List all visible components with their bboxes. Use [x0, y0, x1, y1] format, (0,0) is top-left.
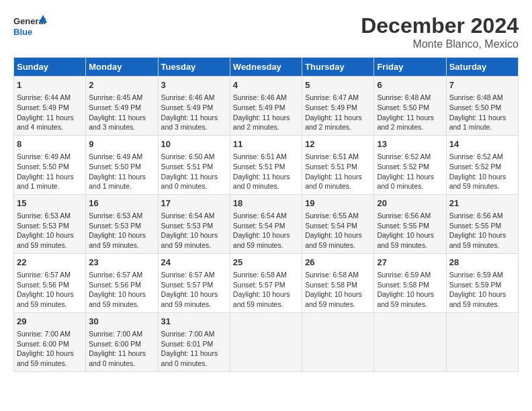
day-number: 2 [89, 79, 154, 91]
calendar-cell-0-4: 5 Sunrise: 6:47 AM Sunset: 5:49 PM Dayli… [302, 77, 374, 136]
sunrise-label: Sunrise: 6:54 AM [233, 212, 287, 220]
daylight-label: Daylight: 11 hours and 1 minute. [89, 173, 146, 191]
calendar-table: Sunday Monday Tuesday Wednesday Thursday… [13, 57, 519, 372]
daylight-label: Daylight: 10 hours and 59 minutes. [17, 231, 74, 249]
sunrise-label: Sunrise: 6:56 AM [377, 212, 431, 220]
daylight-label: Daylight: 11 hours and 1 minute. [449, 113, 506, 132]
day-number: 8 [17, 138, 83, 150]
daylight-label: Daylight: 10 hours and 59 minutes. [17, 290, 74, 308]
daylight-label: Daylight: 10 hours and 59 minutes. [449, 231, 506, 249]
sunrise-label: Sunrise: 6:53 AM [17, 212, 71, 220]
calendar-cell-1-4: 12 Sunrise: 6:51 AM Sunset: 5:51 PM Dayl… [302, 135, 374, 194]
day-number: 9 [89, 138, 154, 150]
sunrise-label: Sunrise: 6:50 AM [161, 152, 215, 161]
calendar-cell-2-3: 18 Sunrise: 6:54 AM Sunset: 5:54 PM Dayl… [230, 194, 302, 253]
daylight-label: Daylight: 11 hours and 4 minutes. [17, 113, 74, 132]
sunset-label: Sunset: 5:59 PM [449, 281, 502, 289]
sunrise-label: Sunrise: 6:49 AM [89, 152, 142, 161]
daylight-label: Daylight: 11 hours and 2 minutes. [377, 113, 434, 132]
day-number: 26 [305, 257, 371, 269]
daylight-label: Daylight: 10 hours and 59 minutes. [305, 231, 362, 249]
page-title: December 2024 [361, 13, 519, 38]
sunset-label: Sunset: 5:52 PM [449, 163, 502, 171]
daylight-label: Daylight: 11 hours and 0 minutes. [233, 173, 290, 191]
sunset-label: Sunset: 5:58 PM [305, 281, 357, 289]
col-tuesday: Tuesday [158, 58, 230, 77]
calendar-cell-0-3: 4 Sunrise: 6:46 AM Sunset: 5:49 PM Dayli… [230, 77, 302, 136]
calendar-cell-0-1: 2 Sunrise: 6:45 AM Sunset: 5:49 PM Dayli… [86, 77, 158, 136]
calendar-cell-2-0: 15 Sunrise: 6:53 AM Sunset: 5:53 PM Dayl… [14, 194, 86, 253]
day-number: 22 [17, 257, 83, 269]
header-row: Sunday Monday Tuesday Wednesday Thursday… [14, 58, 519, 77]
week-row-2: 8 Sunrise: 6:49 AM Sunset: 5:50 PM Dayli… [14, 135, 519, 194]
calendar-cell-4-1: 30 Sunrise: 7:00 AM Sunset: 6:00 PM Dayl… [86, 312, 158, 371]
daylight-label: Daylight: 10 hours and 59 minutes. [89, 231, 146, 249]
sunrise-label: Sunrise: 6:46 AM [233, 93, 287, 101]
calendar-cell-4-4 [302, 312, 374, 371]
calendar-cell-0-2: 3 Sunrise: 6:46 AM Sunset: 5:49 PM Dayli… [158, 77, 230, 136]
day-number: 24 [161, 257, 227, 269]
sunrise-label: Sunrise: 6:45 AM [89, 93, 142, 101]
calendar-cell-1-5: 13 Sunrise: 6:52 AM Sunset: 5:52 PM Dayl… [374, 135, 446, 194]
col-sunday: Sunday [14, 58, 86, 77]
day-number: 6 [377, 79, 443, 91]
daylight-label: Daylight: 11 hours and 2 minutes. [305, 113, 362, 132]
sunset-label: Sunset: 5:50 PM [89, 163, 141, 171]
sunset-label: Sunset: 5:50 PM [377, 103, 429, 111]
day-number: 7 [449, 79, 515, 91]
day-number: 17 [161, 197, 227, 210]
calendar-cell-3-3: 25 Sunrise: 6:58 AM Sunset: 5:57 PM Dayl… [230, 253, 302, 312]
sunrise-label: Sunrise: 6:51 AM [305, 152, 359, 161]
sunrise-label: Sunrise: 7:00 AM [89, 330, 142, 338]
calendar-cell-2-1: 16 Sunrise: 6:53 AM Sunset: 5:53 PM Dayl… [86, 194, 158, 253]
day-number: 28 [449, 257, 515, 269]
week-row-5: 29 Sunrise: 7:00 AM Sunset: 6:00 PM Dayl… [14, 312, 519, 371]
daylight-label: Daylight: 11 hours and 0 minutes. [89, 349, 146, 367]
calendar-cell-3-1: 23 Sunrise: 6:57 AM Sunset: 5:56 PM Dayl… [86, 253, 158, 312]
sunset-label: Sunset: 6:00 PM [17, 340, 69, 348]
day-number: 15 [17, 197, 83, 210]
logo-svg: General Blue [13, 13, 47, 43]
sunrise-label: Sunrise: 6:57 AM [17, 271, 71, 279]
daylight-label: Daylight: 11 hours and 1 minute. [17, 173, 74, 191]
daylight-label: Daylight: 10 hours and 59 minutes. [305, 290, 362, 308]
title-block: December 2024 Monte Blanco, Mexico [361, 13, 519, 50]
col-thursday: Thursday [302, 58, 374, 77]
sunrise-label: Sunrise: 6:49 AM [17, 152, 71, 161]
calendar-cell-3-4: 26 Sunrise: 6:58 AM Sunset: 5:58 PM Dayl… [302, 253, 374, 312]
sunset-label: Sunset: 5:54 PM [305, 222, 357, 230]
daylight-label: Daylight: 11 hours and 0 minutes. [161, 349, 218, 367]
sunrise-label: Sunrise: 7:00 AM [161, 330, 215, 338]
sunrise-label: Sunrise: 6:51 AM [233, 152, 287, 161]
day-number: 11 [233, 138, 299, 150]
calendar-cell-1-1: 9 Sunrise: 6:49 AM Sunset: 5:50 PM Dayli… [86, 135, 158, 194]
day-number: 16 [89, 197, 154, 210]
sunset-label: Sunset: 6:01 PM [161, 340, 214, 348]
calendar-cell-2-2: 17 Sunrise: 6:54 AM Sunset: 5:53 PM Dayl… [158, 194, 230, 253]
col-saturday: Saturday [446, 58, 518, 77]
calendar-body: 1 Sunrise: 6:44 AM Sunset: 5:49 PM Dayli… [14, 77, 519, 372]
sunrise-label: Sunrise: 6:54 AM [161, 212, 215, 220]
calendar-cell-0-0: 1 Sunrise: 6:44 AM Sunset: 5:49 PM Dayli… [14, 77, 86, 136]
day-number: 10 [161, 138, 227, 150]
day-number: 23 [89, 257, 154, 269]
sunrise-label: Sunrise: 6:57 AM [161, 271, 215, 279]
sunset-label: Sunset: 5:53 PM [89, 222, 141, 230]
sunset-label: Sunset: 5:52 PM [377, 163, 429, 171]
day-number: 14 [449, 138, 515, 150]
svg-text:Blue: Blue [13, 27, 32, 37]
sunset-label: Sunset: 5:51 PM [161, 163, 214, 171]
daylight-label: Daylight: 10 hours and 59 minutes. [449, 290, 506, 308]
week-row-3: 15 Sunrise: 6:53 AM Sunset: 5:53 PM Dayl… [14, 194, 519, 253]
day-number: 1 [17, 79, 83, 91]
daylight-label: Daylight: 10 hours and 59 minutes. [233, 231, 290, 249]
day-number: 13 [377, 138, 443, 150]
calendar-cell-1-6: 14 Sunrise: 6:52 AM Sunset: 5:52 PM Dayl… [446, 135, 518, 194]
day-number: 12 [305, 138, 371, 150]
calendar-cell-3-0: 22 Sunrise: 6:57 AM Sunset: 5:56 PM Dayl… [14, 253, 86, 312]
calendar-cell-4-0: 29 Sunrise: 7:00 AM Sunset: 6:00 PM Dayl… [14, 312, 86, 371]
sunset-label: Sunset: 5:55 PM [449, 222, 502, 230]
daylight-label: Daylight: 11 hours and 3 minutes. [161, 113, 218, 132]
sunset-label: Sunset: 5:51 PM [305, 163, 357, 171]
sunset-label: Sunset: 5:54 PM [233, 222, 285, 230]
